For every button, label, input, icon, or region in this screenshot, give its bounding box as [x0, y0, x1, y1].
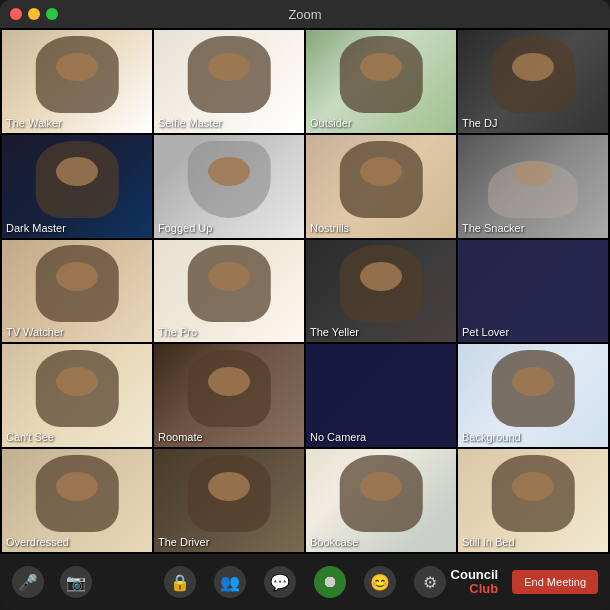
participant-label: Can't See	[6, 431, 54, 443]
video-cell[interactable]: TV Watcher	[2, 240, 152, 343]
video-cell[interactable]: The Yeller	[306, 240, 456, 343]
close-button[interactable]	[10, 8, 22, 20]
participant-label: Outsider	[310, 117, 352, 129]
participant-label: Fogged Up	[158, 222, 212, 234]
video-cell[interactable]: Selfie Master	[154, 30, 304, 133]
apps-button[interactable]: ⚙	[414, 566, 446, 598]
club-label: Club	[469, 582, 498, 596]
participant-label: Nostrills	[310, 222, 349, 234]
reactions-button[interactable]: 😊	[364, 566, 396, 598]
chat-icon: 💬	[264, 566, 296, 598]
video-cell[interactable]: The Pro	[154, 240, 304, 343]
video-cell[interactable]: The Driver	[154, 449, 304, 552]
participant-label: The Snacker	[462, 222, 524, 234]
video-icon: 📷	[60, 566, 92, 598]
toolbar-center: 🔒 👥 💬 ⏺ 😊 ⚙	[164, 566, 446, 598]
security-icon: 🔒	[164, 566, 196, 598]
video-cell[interactable]: Outsider	[306, 30, 456, 133]
video-cell[interactable]: Dark Master	[2, 135, 152, 238]
participant-label: Dark Master	[6, 222, 66, 234]
video-cell[interactable]: Bookcase	[306, 449, 456, 552]
reactions-icon: 😊	[364, 566, 396, 598]
end-meeting-button[interactable]: End Meeting	[512, 570, 598, 594]
participant-label: The Pro	[158, 326, 197, 338]
participant-label: Pet Lover	[462, 326, 509, 338]
video-cell[interactable]: The Walker	[2, 30, 152, 133]
video-cell[interactable]: Pet Lover	[458, 240, 608, 343]
participant-label: The DJ	[462, 117, 497, 129]
toolbar-right: Council Club End Meeting	[451, 568, 598, 597]
participant-label: Selfie Master	[158, 117, 222, 129]
participant-label: TV Watcher	[6, 326, 64, 338]
council-club-logo: Council Club	[451, 568, 499, 597]
zoom-window: Zoom The WalkerSelfie MasterOutsiderThe …	[0, 0, 610, 610]
window-title: Zoom	[288, 7, 321, 22]
chat-button[interactable]: 💬	[264, 566, 296, 598]
video-button[interactable]: 📷	[60, 566, 92, 598]
record-button[interactable]: ⏺	[314, 566, 346, 598]
video-cell[interactable]: No Camera	[306, 344, 456, 447]
participants-button[interactable]: 👥	[214, 566, 246, 598]
apps-icon: ⚙	[414, 566, 446, 598]
participant-label: No Camera	[310, 431, 366, 443]
titlebar: Zoom	[0, 0, 610, 28]
participant-label: The Yeller	[310, 326, 359, 338]
participant-label: Overdressed	[6, 536, 69, 548]
participant-label: The Driver	[158, 536, 209, 548]
minimize-button[interactable]	[28, 8, 40, 20]
mute-icon: 🎤	[12, 566, 44, 598]
video-cell[interactable]: Roomate	[154, 344, 304, 447]
council-label: Council	[451, 568, 499, 582]
video-cell[interactable]: Can't See	[2, 344, 152, 447]
video-cell[interactable]: Overdressed	[2, 449, 152, 552]
security-button[interactable]: 🔒	[164, 566, 196, 598]
toolbar: 🎤 📷 🔒 👥 💬 ⏺ 😊 ⚙	[0, 554, 610, 610]
video-cell[interactable]: Fogged Up	[154, 135, 304, 238]
video-cell[interactable]: Background	[458, 344, 608, 447]
toolbar-left: 🎤 📷	[12, 566, 92, 598]
maximize-button[interactable]	[46, 8, 58, 20]
participant-label: Still In Bed	[462, 536, 515, 548]
video-cell[interactable]: The DJ	[458, 30, 608, 133]
participant-label: The Walker	[6, 117, 62, 129]
record-icon: ⏺	[314, 566, 346, 598]
participant-label: Background	[462, 431, 521, 443]
video-cell[interactable]: Nostrills	[306, 135, 456, 238]
traffic-lights	[10, 8, 58, 20]
video-cell[interactable]: Still In Bed	[458, 449, 608, 552]
video-cell[interactable]: The Snacker	[458, 135, 608, 238]
video-grid: The WalkerSelfie MasterOutsiderThe DJDar…	[0, 28, 610, 554]
participant-label: Bookcase	[310, 536, 358, 548]
participant-label: Roomate	[158, 431, 203, 443]
mute-button[interactable]: 🎤	[12, 566, 44, 598]
participants-icon: 👥	[214, 566, 246, 598]
